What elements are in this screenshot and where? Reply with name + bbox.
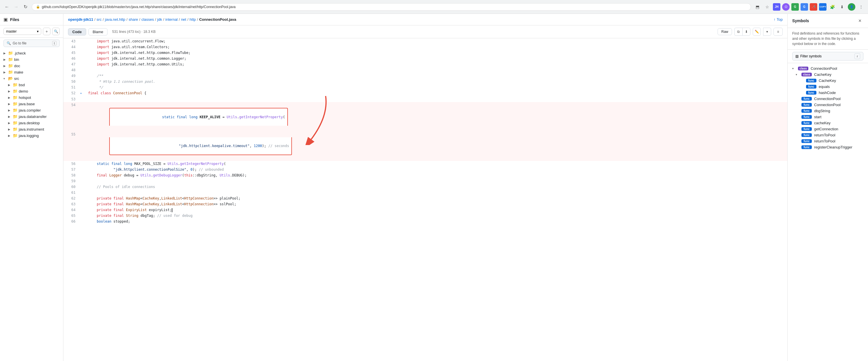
line-number[interactable]: 47 <box>63 61 78 67</box>
sidebar-item-java-logging[interactable]: ▶ 📁 java.logging <box>0 132 63 139</box>
forward-button[interactable]: → <box>12 3 20 11</box>
ext-megaphone-icon[interactable]: 📣 <box>810 3 817 11</box>
line-number[interactable]: 59 <box>63 178 78 184</box>
sidebar-item-bsd[interactable]: ▶ 📁 bsd <box>0 82 63 88</box>
ext-copy-icon[interactable]: COPY <box>819 3 827 11</box>
edit-file-button[interactable]: ✏️ <box>753 28 761 36</box>
ext-avatar-icon[interactable]: 👤 <box>848 3 855 11</box>
back-button[interactable]: ← <box>3 3 11 11</box>
breadcrumb-src[interactable]: src <box>97 17 101 22</box>
sidebar-item-doc[interactable]: ▶ 📁 doc <box>0 63 63 69</box>
cast-button[interactable]: ⬒ <box>753 3 762 11</box>
symbol-item-func-connectionpool-1[interactable]: func ConnectionPool <box>787 96 868 102</box>
symbol-item-func-hashcode[interactable]: func hashCode <box>787 90 868 96</box>
symbol-item-func-cachekey[interactable]: func CacheKey <box>787 78 868 84</box>
line-number[interactable]: 50 <box>63 79 78 85</box>
branch-selector[interactable]: master ▾ <box>3 28 41 35</box>
breadcrumb-share[interactable]: share <box>128 17 138 22</box>
sidebar-item-java-compiler[interactable]: ▶ 📁 java.compiler <box>0 107 63 113</box>
line-number[interactable]: 66 <box>63 218 78 224</box>
line-number[interactable]: 55 <box>63 131 78 161</box>
line-number[interactable]: 53 <box>63 96 78 102</box>
reload-button[interactable]: ↻ <box>21 3 29 11</box>
ext-blue2-icon[interactable]: G <box>801 3 808 11</box>
sidebar-item-make[interactable]: ▶ 📁 make <box>0 69 63 75</box>
symbols-toggle-button[interactable]: ≡ <box>773 28 783 36</box>
blame-tab[interactable]: Blame <box>89 28 108 35</box>
breadcrumb-jdk[interactable]: jdk <box>157 17 162 22</box>
line-number[interactable]: 61 <box>63 190 78 195</box>
line-number[interactable]: 64 <box>63 207 78 213</box>
symbol-item-func-returntopool-1[interactable]: func returnToPool <box>787 132 868 138</box>
line-number[interactable]: 46 <box>63 56 78 61</box>
sidebar-item-java-base[interactable]: ▶ 📁 java.base <box>0 101 63 107</box>
sidebar-item-jcheck[interactable]: ▶ 📁 .jcheck <box>0 50 63 56</box>
line-number[interactable]: 45 <box>63 50 78 56</box>
symbol-item-func-connectionpool-2[interactable]: func ConnectionPool <box>787 102 868 108</box>
more-options-button[interactable]: ▾ <box>763 28 771 36</box>
ext-purple-icon[interactable]: ⬡ <box>782 3 789 11</box>
breadcrumb-net[interactable]: net <box>181 17 186 22</box>
file-search-box[interactable]: 🔍 Go to file t <box>3 39 60 47</box>
line-number[interactable]: 44 <box>63 44 78 50</box>
bookmark-button[interactable]: ☆ <box>763 3 771 11</box>
top-button[interactable]: ↑ Top <box>774 17 783 22</box>
chevron-right-icon: ▶ <box>8 134 11 137</box>
sidebar-search-area: 🔍 Go to file t <box>0 38 63 49</box>
symbol-item-func-dbgstring[interactable]: func dbgString <box>787 108 868 114</box>
download-raw-button[interactable]: ⬇ <box>742 28 750 36</box>
breadcrumb-internal[interactable]: internal <box>165 17 178 22</box>
code-container[interactable]: 43 import java.util.concurrent.Flow; 44 … <box>63 38 787 361</box>
branch-search-button[interactable]: 🔍 <box>52 28 60 35</box>
symbol-item-func-getconnection[interactable]: func getConnection <box>787 126 868 132</box>
line-number[interactable]: 63 <box>63 201 78 207</box>
code-tab[interactable]: Code <box>68 28 86 35</box>
menu-button[interactable]: ⋮ <box>857 3 865 11</box>
tree-item-label: java.compiler <box>19 108 41 113</box>
line-number[interactable]: 65 <box>63 213 78 218</box>
chevron-right-icon: ▶ <box>3 64 7 67</box>
symbols-close-button[interactable]: × <box>857 17 863 24</box>
extensions-button[interactable]: 🧩 <box>828 3 836 11</box>
symbol-item-func-registercleantrigger[interactable]: func registerCleanupTrigger <box>787 144 868 150</box>
collapse-button[interactable]: ▾ <box>80 92 82 95</box>
symbol-item-func-returntopool-2[interactable]: func returnToPool <box>787 138 868 144</box>
symbols-filter-input[interactable]: ▧ Filter symbols r <box>792 52 863 61</box>
ext-jh-icon[interactable]: JH <box>773 3 780 11</box>
address-bar[interactable]: 🔒 github.com/AdoptOpenJDK/openjdk-jdk11/… <box>32 3 751 11</box>
raw-button[interactable]: Raw <box>718 28 732 35</box>
breadcrumb-classes[interactable]: classes <box>142 17 154 22</box>
download-button[interactable]: ⬇ <box>838 3 846 11</box>
ext-green-icon[interactable]: G <box>792 3 799 11</box>
sidebar-item-java-instrument[interactable]: ▶ 📁 java.instrument <box>0 126 63 132</box>
sidebar-item-src[interactable]: ▾ 📂 src <box>0 75 63 82</box>
sidebar-item-hotspot[interactable]: ▶ 📁 hotspot <box>0 94 63 101</box>
sidebar-item-bin[interactable]: ▶ 📁 bin <box>0 56 63 63</box>
symbol-item-func-equals[interactable]: func equals <box>787 84 868 90</box>
line-number[interactable]: 56 <box>63 161 78 167</box>
line-number[interactable]: 54 <box>63 102 78 131</box>
line-number[interactable]: 52 <box>63 90 78 96</box>
line-number[interactable]: 43 <box>63 38 78 44</box>
table-row-highlighted: 55 "jdk.httpclient.keepalive.timeout", 1… <box>63 131 787 161</box>
line-number[interactable]: 62 <box>63 195 78 201</box>
new-branch-button[interactable]: + <box>43 28 51 35</box>
breadcrumb-java-net-http[interactable]: java.net.http <box>105 17 125 22</box>
sidebar-item-java-datatransfer[interactable]: ▶ 📁 java.datatransfer <box>0 113 63 120</box>
breadcrumb-http[interactable]: http <box>190 17 196 22</box>
symbol-item-func-cachekey[interactable]: func cacheKey <box>787 120 868 126</box>
line-number[interactable]: 49 <box>63 73 78 79</box>
sidebar-item-demo[interactable]: ▶ 📁 demo <box>0 88 63 94</box>
symbol-item-cachekey-class[interactable]: ▾ class CacheKey <box>787 71 868 78</box>
copy-raw-button[interactable]: ⧉ <box>734 28 742 36</box>
symbol-item-func-start[interactable]: func start <box>787 114 868 120</box>
sidebar-tree: ▶ 📁 .jcheck ▶ 📁 bin ▶ 📁 doc ▶ 📁 make ▾ <box>0 49 63 361</box>
line-number[interactable]: 57 <box>63 167 78 173</box>
sidebar-item-java-desktop[interactable]: ▶ 📁 java.desktop <box>0 120 63 126</box>
line-number[interactable]: 48 <box>63 67 78 73</box>
line-number[interactable]: 60 <box>63 184 78 190</box>
breadcrumb-repo[interactable]: openjdk-jdk11 <box>68 17 93 22</box>
line-number[interactable]: 51 <box>63 85 78 90</box>
line-number[interactable]: 58 <box>63 173 78 178</box>
symbol-item-connectionpool-class[interactable]: ▾ class ConnectionPool <box>787 65 868 71</box>
